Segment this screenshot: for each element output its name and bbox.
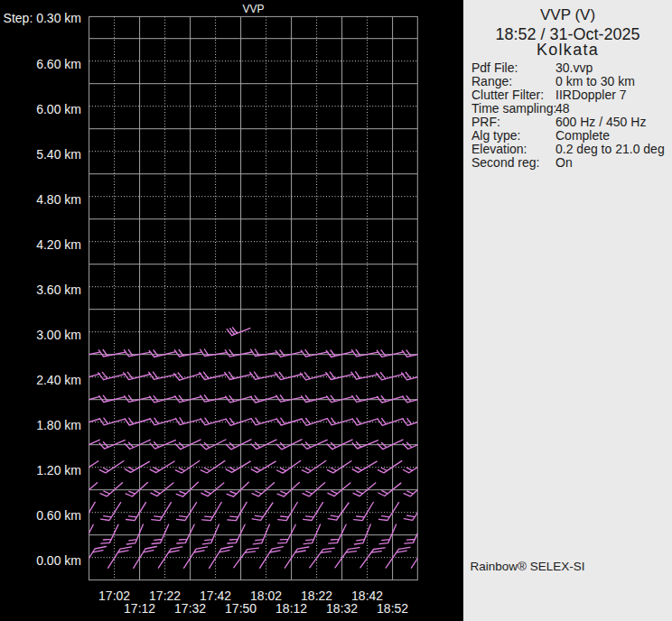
- svg-text:0.00 km: 0.00 km: [36, 553, 81, 568]
- svg-text:3.00 km: 3.00 km: [36, 328, 81, 342]
- svg-text:Step: 0.30 km: Step: 0.30 km: [4, 11, 81, 25]
- svg-text:VVP: VVP: [242, 3, 264, 15]
- svg-text:6.00 km: 6.00 km: [36, 102, 81, 116]
- svg-text:0.2 deg to 21.0 deg: 0.2 deg to 21.0 deg: [555, 142, 665, 156]
- svg-text:17:50: 17:50: [225, 601, 257, 616]
- svg-text:VVP (V): VVP (V): [540, 6, 595, 23]
- svg-text:On: On: [555, 155, 573, 170]
- svg-text:17:12: 17:12: [124, 601, 155, 616]
- svg-text:5.40 km: 5.40 km: [36, 147, 81, 162]
- svg-text:Pdf File:: Pdf File:: [471, 60, 518, 75]
- svg-text:18:42: 18:42: [351, 589, 383, 603]
- svg-text:18:12: 18:12: [275, 601, 307, 616]
- svg-text:18:22: 18:22: [301, 589, 332, 603]
- svg-text:2.40 km: 2.40 km: [36, 373, 81, 387]
- svg-text:6.60 km: 6.60 km: [36, 57, 81, 71]
- svg-text:18:02: 18:02: [250, 589, 282, 603]
- svg-text:0.60 km: 0.60 km: [36, 508, 81, 523]
- svg-text:17:42: 17:42: [200, 589, 231, 603]
- svg-text:3.60 km: 3.60 km: [36, 283, 81, 297]
- svg-text:Kolkata: Kolkata: [537, 41, 599, 59]
- svg-text:Second reg:: Second reg:: [471, 155, 540, 170]
- svg-text:IIRDoppler 7: IIRDoppler 7: [555, 88, 627, 102]
- svg-text:Complete: Complete: [555, 128, 610, 143]
- svg-text:17:22: 17:22: [149, 589, 181, 603]
- svg-text:18:52: 18:52: [377, 601, 408, 616]
- svg-text:1.20 km: 1.20 km: [36, 463, 81, 477]
- svg-text:17:32: 17:32: [174, 601, 206, 616]
- svg-text:17:02: 17:02: [98, 589, 130, 603]
- svg-text:Elevation:: Elevation:: [471, 142, 527, 156]
- svg-text:600 Hz / 450 Hz: 600 Hz / 450 Hz: [555, 115, 646, 129]
- svg-text:18:32: 18:32: [326, 601, 358, 616]
- svg-text:Time sampling:: Time sampling:: [471, 101, 556, 116]
- svg-text:Rainbow® SELEX-SI: Rainbow® SELEX-SI: [471, 560, 585, 573]
- svg-text:0 km to 30 km: 0 km to 30 km: [555, 74, 635, 88]
- svg-text:PRF:: PRF:: [471, 115, 500, 129]
- svg-text:30.vvp: 30.vvp: [555, 60, 593, 75]
- svg-text:Alg type:: Alg type:: [471, 128, 520, 143]
- svg-text:4.80 km: 4.80 km: [36, 192, 81, 207]
- svg-text:Clutter Filter:: Clutter Filter:: [471, 88, 544, 102]
- svg-text:1.80 km: 1.80 km: [36, 418, 81, 432]
- svg-text:4.20 km: 4.20 km: [36, 237, 81, 252]
- svg-text:Range:: Range:: [471, 74, 512, 88]
- svg-text:48: 48: [555, 101, 570, 116]
